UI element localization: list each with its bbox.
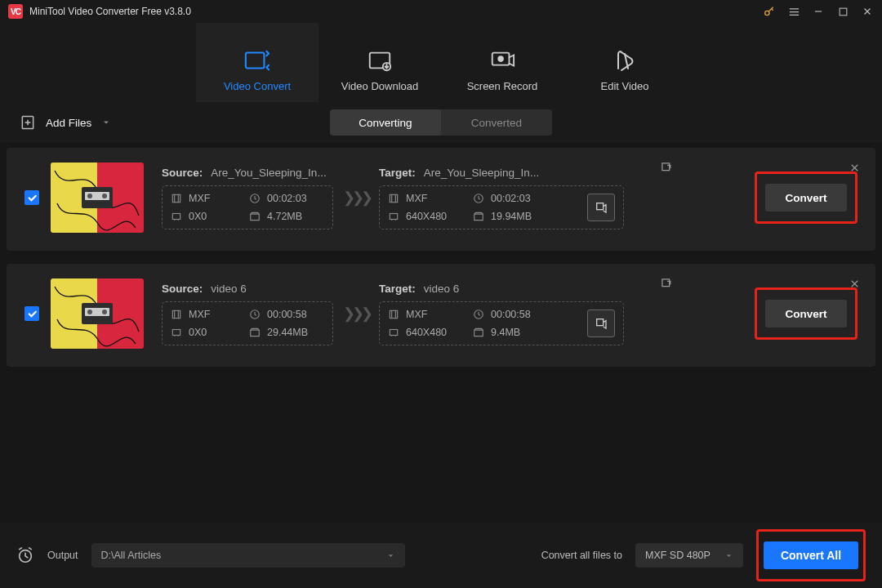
tab-label: Edit Video <box>600 80 648 92</box>
chevron-down-icon <box>724 551 733 560</box>
target-name: video 6 <box>424 283 460 295</box>
tgt-format: MXF <box>406 309 427 320</box>
target-settings-button[interactable] <box>587 310 615 337</box>
file-card: Source:video 6 MXF 00:00:58 0X0 29.44MB … <box>7 264 875 367</box>
svg-rect-24 <box>172 310 180 318</box>
tgt-duration: 00:00:58 <box>491 309 531 320</box>
chevron-down-icon[interactable] <box>101 118 111 127</box>
output-label: Output <box>47 550 78 561</box>
svg-rect-26 <box>172 329 180 335</box>
logo-text: VC <box>11 7 20 16</box>
seg-converting[interactable]: Converting <box>330 109 441 136</box>
edit-icon <box>612 47 638 74</box>
convert-highlight: Convert <box>755 172 858 224</box>
tab-label: Video Download <box>341 80 418 92</box>
svg-point-11 <box>102 194 107 198</box>
app-title: MiniTool Video Converter Free v3.8.0 <box>29 6 191 17</box>
src-duration: 00:02:03 <box>267 193 307 204</box>
output-path: D:\All Articles <box>101 550 162 561</box>
convert-all-label: Convert all files to <box>541 550 622 561</box>
src-size: 4.72MB <box>267 211 302 222</box>
src-size: 29.44MB <box>267 327 308 338</box>
target-settings-button[interactable] <box>587 194 615 221</box>
output-profile: MXF SD 480P <box>645 550 710 561</box>
src-format: MXF <box>189 193 210 204</box>
clock-icon <box>249 193 261 204</box>
svg-rect-17 <box>390 213 397 219</box>
maximize-icon[interactable] <box>836 5 849 18</box>
src-dimensions: 0X0 <box>189 327 207 338</box>
tab-video-download[interactable]: Video Download <box>318 23 441 102</box>
close-icon[interactable] <box>861 5 874 18</box>
file-list: Source:Are_You_Sleeping_In... MXF 00:02:… <box>0 143 882 523</box>
remove-item-button[interactable] <box>848 277 861 290</box>
cassette-wire <box>51 163 144 233</box>
checkbox[interactable] <box>24 190 39 205</box>
format-icon <box>388 309 399 320</box>
dimensions-icon <box>388 211 399 222</box>
source-label: Source: <box>162 167 203 179</box>
svg-rect-1 <box>840 8 847 16</box>
source-name: video 6 <box>211 283 247 295</box>
tab-edit-video[interactable]: Edit Video <box>564 23 686 102</box>
app-logo: VC <box>8 4 23 19</box>
alarm-icon[interactable] <box>16 546 34 564</box>
target-spec-box: MXF 00:00:58 640X480 9.4MB <box>379 301 624 345</box>
svg-rect-29 <box>390 329 397 335</box>
tgt-dimensions: 640X480 <box>406 211 447 222</box>
tgt-duration: 00:02:03 <box>491 193 531 204</box>
record-icon <box>489 47 515 74</box>
target-name: Are_You_Sleeping_In... <box>424 167 539 179</box>
convert-button[interactable]: Convert <box>765 300 847 327</box>
output-path-select[interactable]: D:\All Articles <box>91 543 405 568</box>
tgt-dimensions: 640X480 <box>406 327 447 338</box>
svg-point-23 <box>102 310 107 314</box>
tab-video-convert[interactable]: Video Convert <box>196 23 318 102</box>
format-icon <box>171 309 182 320</box>
svg-point-22 <box>87 310 92 314</box>
add-files-label: Add Files <box>46 117 91 129</box>
target-block: Target:video 6 MXF 00:00:58 640X480 9.4M… <box>379 283 624 345</box>
remove-item-button[interactable] <box>848 161 861 174</box>
key-icon[interactable] <box>763 5 776 18</box>
svg-point-6 <box>498 56 503 61</box>
edit-item-button[interactable] <box>660 277 673 290</box>
source-spec-box: MXF 00:02:03 0X0 4.72MB <box>162 185 333 229</box>
output-profile-select[interactable]: MXF SD 480P <box>635 543 743 568</box>
titlebar: VC MiniTool Video Converter Free v3.8.0 <box>0 0 882 23</box>
src-dimensions: 0X0 <box>189 211 207 222</box>
convert-button[interactable]: Convert <box>765 184 847 212</box>
status-segment: Converting Converted <box>330 109 552 136</box>
minimize-icon[interactable] <box>812 5 825 18</box>
source-spec-box: MXF 00:00:58 0X0 29.44MB <box>162 301 333 345</box>
add-files-button[interactable]: Add Files <box>7 102 124 143</box>
edit-item-button[interactable] <box>660 161 673 174</box>
format-icon <box>171 193 182 204</box>
src-duration: 00:00:58 <box>267 309 307 320</box>
clock-icon <box>249 309 261 320</box>
toolbar: Add Files Converting Converted <box>0 102 882 143</box>
tab-screen-record[interactable]: Screen Record <box>441 23 564 102</box>
download-icon <box>367 47 393 74</box>
svg-rect-12 <box>172 194 180 202</box>
checkbox[interactable] <box>24 306 39 321</box>
convert-icon <box>244 47 270 74</box>
menu-icon[interactable] <box>787 5 800 18</box>
tgt-size: 19.94MB <box>491 211 532 222</box>
convert-all-button[interactable]: Convert All <box>764 541 858 569</box>
arrow-icon: ❯❯❯ <box>333 305 379 323</box>
source-block: Source:video 6 MXF 00:00:58 0X0 29.44MB <box>162 283 333 345</box>
filesize-icon <box>473 327 484 338</box>
tgt-format: MXF <box>406 193 427 204</box>
tab-label: Screen Record <box>467 80 538 92</box>
seg-converted[interactable]: Converted <box>441 109 552 136</box>
chevron-down-icon <box>386 551 395 560</box>
footer: Output D:\All Articles Convert all files… <box>0 523 882 588</box>
dimensions-icon <box>171 327 182 338</box>
svg-rect-18 <box>597 203 604 209</box>
filesize-icon <box>473 211 484 222</box>
svg-rect-15 <box>390 194 397 202</box>
svg-rect-2 <box>246 53 265 69</box>
svg-point-10 <box>87 194 92 198</box>
file-card: Source:Are_You_Sleeping_In... MXF 00:02:… <box>7 148 875 251</box>
